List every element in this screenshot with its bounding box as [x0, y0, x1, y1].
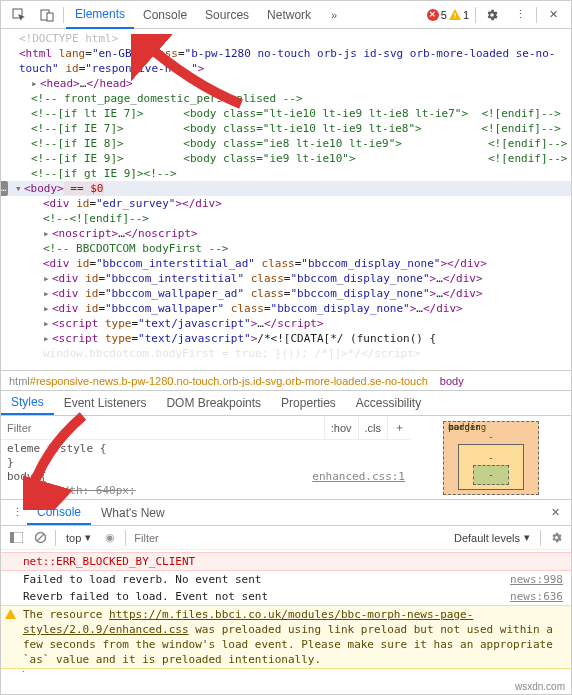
close-devtools-icon[interactable]: ✕ [539, 1, 567, 29]
subtab-properties[interactable]: Properties [271, 391, 346, 415]
subtab-styles[interactable]: Styles [1, 391, 54, 415]
kebab-menu-icon[interactable]: ⋮ [506, 1, 534, 29]
message-source-link[interactable]: news:998 [510, 572, 563, 587]
styles-filter-input[interactable] [1, 422, 324, 434]
console-warning[interactable]: The resource https://m.files.bbci.co.uk/… [1, 605, 571, 669]
html-tag[interactable]: <html lang="en-GB" ass="b-pw-1280 no-tou… [7, 46, 565, 61]
warning-icon: ! [449, 9, 461, 20]
crumb-selector[interactable]: #responsive-news.b-pw-1280.no-touch.orb-… [30, 375, 428, 387]
css-source-link[interactable]: enhanced.css:1 [312, 470, 405, 484]
new-style-rule-icon[interactable]: ＋ [387, 416, 411, 439]
css-rules[interactable]: eleme t.style { } enhanced.css:1body { m… [1, 440, 411, 499]
drawer-close-icon[interactable]: ✕ [545, 506, 565, 519]
dom-tree[interactable]: <!DOCTYPE html> <html lang="en-GB" ass="… [1, 29, 571, 370]
tab-network[interactable]: Network [258, 1, 320, 29]
crumb-html[interactable]: html [9, 375, 30, 387]
tab-elements[interactable]: Elements [66, 1, 134, 29]
svg-text:!: ! [454, 11, 457, 20]
console-filter-input[interactable] [130, 532, 446, 544]
inspect-icon[interactable] [5, 1, 33, 29]
body-tag-selected[interactable]: ▾<body> == $0 [1, 181, 571, 196]
error-count[interactable]: ✕5 !1 [423, 9, 473, 21]
chevron-down-icon: ▾ [85, 531, 91, 544]
breadcrumb[interactable]: html#responsive-news.b-pw-1280.no-touch.… [1, 370, 571, 390]
hov-toggle[interactable]: :hov [324, 416, 358, 439]
svg-rect-5 [10, 532, 14, 543]
error-icon: ✕ [427, 9, 439, 21]
svg-rect-2 [47, 13, 53, 21]
subtab-dom-breakpoints[interactable]: DOM Breakpoints [156, 391, 271, 415]
console-toolbar: top ▾ ◉ Default levels ▾ [1, 526, 571, 550]
crumb-body[interactable]: body [428, 375, 464, 387]
live-expression-icon[interactable]: ◉ [99, 531, 121, 544]
subtab-event-listeners[interactable]: Event Listeners [54, 391, 157, 415]
doctype: <!DOCTYPE html> [7, 31, 565, 46]
subtab-accessibility[interactable]: Accessibility [346, 391, 431, 415]
cls-toggle[interactable]: .cls [358, 416, 388, 439]
drawer-menu-icon[interactable]: ⋮ [7, 506, 27, 519]
drawer-tabs: ⋮ Console What's New ✕ [1, 500, 571, 526]
clear-console-icon[interactable] [29, 531, 51, 544]
svg-line-7 [37, 534, 44, 541]
settings-icon[interactable] [478, 1, 506, 29]
console-message[interactable]: news:998Failed to load reverb. No event … [1, 571, 571, 588]
tab-sources[interactable]: Sources [196, 1, 258, 29]
console-prompt[interactable]: ❯ [1, 669, 571, 672]
console-output[interactable]: net::ERR_BLOCKED_BY_CLIENT news:998Faile… [1, 550, 571, 672]
console-message[interactable]: news:636Reverb failed to load. Event not… [1, 588, 571, 605]
head-tag[interactable]: ▸<head>…</head> [7, 76, 565, 91]
more-tabs-icon[interactable]: » [320, 1, 348, 29]
watermark: wsxdn.com [515, 681, 565, 692]
styles-panel: :hov .cls ＋ eleme t.style { } enhanced.c… [1, 416, 571, 500]
tab-console[interactable]: Console [134, 1, 196, 29]
drawer-tab-whatsnew[interactable]: What's New [91, 500, 175, 525]
console-error[interactable]: net::ERR_BLOCKED_BY_CLIENT [1, 552, 571, 571]
message-source-link[interactable]: news:636 [510, 589, 563, 604]
box-model[interactable]: margin- border- padding- [411, 416, 571, 499]
console-sidebar-toggle-icon[interactable] [5, 532, 27, 543]
log-levels-select[interactable]: Default levels ▾ [448, 531, 536, 544]
devtools-toolbar: Elements Console Sources Network » ✕5 !1… [1, 1, 571, 29]
device-toggle-icon[interactable] [33, 1, 61, 29]
styles-subtabs: Styles Event Listeners DOM Breakpoints P… [1, 390, 571, 416]
execution-context-select[interactable]: top ▾ [60, 531, 97, 544]
drawer-tab-console[interactable]: Console [27, 500, 91, 525]
console-settings-icon[interactable] [545, 531, 567, 544]
warning-icon [5, 608, 16, 623]
chevron-down-icon: ▾ [524, 531, 530, 544]
comment: <!-- front_page_domestic_personalised --… [7, 91, 565, 106]
